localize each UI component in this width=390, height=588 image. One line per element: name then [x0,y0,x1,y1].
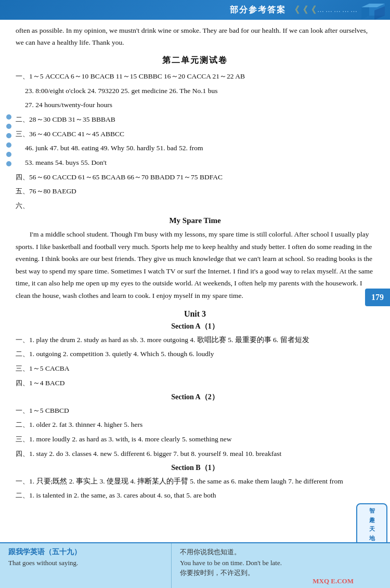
answer-line: 76～80 BAEGD [29,187,76,195]
sectionA1-ans1: 一、1. play the drum 2. study as hard as s… [16,334,374,346]
main-content: often as possible. In my opinion, we mus… [0,20,390,509]
smart-decoration: 智 趣 天 地 [356,503,387,542]
page-number: 179 [365,289,390,306]
section-label: 六、 [16,202,29,210]
answer-line2: 23. 8:00/eight o'clock 24. 793220 25. ge… [25,87,217,95]
smart-line1: 智 [360,506,383,516]
unit2-section6-label: 六、 [16,200,374,212]
essay-body: I'm a middle school student. Though I'm … [16,228,374,302]
section-label: 一、 [16,336,29,344]
answer-text: 1～5 CACBA [29,364,69,372]
section-label: 二、 [16,350,29,358]
unit2-title: 第二单元测试卷 [16,55,374,66]
section-label: 四、 [16,379,29,387]
sectionA2-ans2: 二、1. older 2. fat 3. thinner 4. higher 5… [16,419,374,431]
sectionB1-ans2: 二、1. is talented in 2. the same, as 3. c… [16,489,374,502]
header-arrows: 《《《 [290,4,315,16]
essay-title: My Spare Time [16,216,374,225]
answer-text: 1. play the drum 2. study as hard as sb.… [29,336,309,344]
section-label: 二、 [16,491,29,499]
answer-line1: 36～40 CCABC 41～45 ABBCC [29,130,124,138]
unit2-section3-line2: 46. junk 47. but 48. eating 49. Why 50. … [16,142,374,154]
answer-text: 1～5 CBBCD [29,407,69,414]
sectionA1-ans4: 四、1～4 BACD [16,377,374,389]
answer-text: 1. is talented in 2. the same, as 3. car… [29,491,216,499]
section-label: 一、 [16,72,29,80]
top-header: 部分参考答案 《《《 …………… [0,0,390,20]
sectionB1-title: Section B（1） [16,463,374,473]
unit3-title: Unit 3 [16,309,374,319]
answer-text: 1. more loudly 2. as hard as 3. with, is… [29,435,232,443]
answer-line3: 27. 24 hours/twenty-four hours [25,101,112,109]
watermark: MXQ E.COM [313,577,354,585]
answer-line2: 46. junk 47. but 48. eating 49. Why 50. … [25,144,203,152]
unit2-section2: 二、28～30 CDB 31～35 BBBAB [16,113,374,126]
unit2-section1: 一、1～5 ACCCA 6～10 BCACB 11～15 CBBBC 16～20… [16,70,374,83]
answer-text: 1. outgoing 2. competition 3. quietly 4.… [29,350,214,358]
sectionA1-title: Section A（1） [16,322,374,331]
section-label: 一、 [16,407,29,414]
footer-right-en1: You have to be on time. Don't be late. [180,559,382,567]
footer-left: 跟我学英语（五十九） That goes without saying. [0,543,172,588]
smart-line3: 天 [360,525,383,534]
footer-right: 不用你说我也知道。 You have to be on time. Don't … [172,543,390,588]
footer-bar: 跟我学英语（五十九） That goes without saying. 不用你… [0,542,390,588]
watermark-text: MXQ E.COM [313,577,354,585]
sectionA2-ans1: 一、1～5 CBBCD [16,404,374,417]
footer-left-phrase: That goes without saying. [8,559,163,567]
smart-line2: 趣 [360,516,383,525]
header-title: 部分参考答案 [230,5,286,16]
unit2-section3-line3: 53. means 54. buys 55. Don't [16,156,374,169]
section-label: 四、 [16,450,29,458]
unit2-section4: 四、56～60 CACCD 61～65 BCAAB 66～70 BBADD 71… [16,171,374,184]
footer-right-cn2: 你要按时到，不许迟到。 [180,568,382,578]
section-label: 三、 [16,435,29,443]
answer-line1: 1～5 ACCCA 6～10 BCACB 11～15 CBBBC 16～20 C… [29,72,245,80]
unit2-section1-line3: 27. 24 hours/twenty-four hours [16,99,374,111]
sectionA1-ans2: 二、1. outgoing 2. competition 3. quietly … [16,348,374,360]
smart-box: 智 趣 天 地 [356,503,387,546]
answer-line: 56～60 CACCD 61～65 BCAAB 66～70 BBADD 71～7… [29,173,223,181]
section-label: 一、 [16,477,29,485]
sectionA2-title: Section A（2） [16,393,374,402]
answer-line3: 53. means 54. buys 55. Don't [25,159,107,166]
section-label: 五、 [16,187,29,195]
answer-text: 1～4 BACD [29,379,64,387]
answer-text: 1. older 2. fat 3. thinner 4. higher 5. … [29,421,142,428]
intro-paragraph: often as possible. In my opinion, we mus… [16,25,374,49]
unit2-section1-line2: 23. 8:00/eight o'clock 24. 793220 25. ge… [16,85,374,97]
answer-text: 1. 只要;既然 2. 事实上 3. 使显现 4. 摔断某人的手臂 5. the… [29,477,343,485]
answer-text: 1. stay 2. do 3. classes 4. new 5. diffe… [29,450,281,458]
section-label: 二、 [16,115,29,123]
sectionB1-ans1: 一、1. 只要;既然 2. 事实上 3. 使显现 4. 摔断某人的手臂 5. t… [16,475,374,488]
footer-left-title: 跟我学英语（五十九） [8,547,163,557]
header-dots: …………… [317,6,359,14]
unit2-section3: 三、36～40 CCABC 41～45 ABBCC [16,128,374,140]
cube-decoration [359,1,387,22]
answer-line: 28～30 CDB 31～35 BBBAB [29,115,115,123]
smart-line4: 地 [360,534,383,543]
section-label: 三、 [16,130,29,138]
sectionA2-ans4: 四、1. stay 2. do 3. classes 4. new 5. dif… [16,448,374,460]
sectionA1-ans3: 三、1～5 CACBA [16,362,374,375]
sectionA2-ans3: 三、1. more loudly 2. as hard as 3. with, … [16,433,374,446]
footer-right-cn1: 不用你说我也知道。 [180,547,382,557]
section-label: 二、 [16,421,29,428]
section-label: 四、 [16,173,29,181]
unit2-section5: 五、76～80 BAEGD [16,185,374,198]
section-label: 三、 [16,364,29,372]
